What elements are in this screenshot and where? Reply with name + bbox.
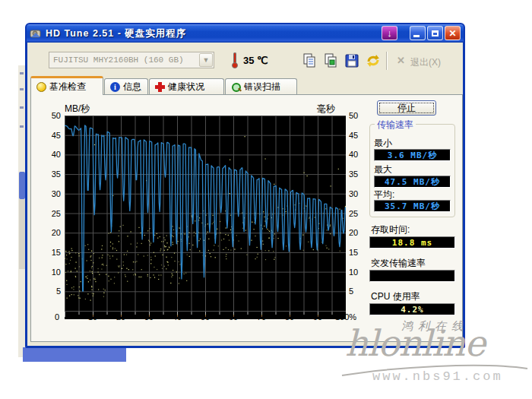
x-axis-tick: 90 xyxy=(304,312,331,321)
origin-tick: 0 xyxy=(46,312,59,321)
background-text-fragment xyxy=(20,125,24,128)
y-axis-tick-right: 5 xyxy=(349,287,372,296)
focus-ring xyxy=(379,103,434,113)
watermark-underline xyxy=(340,360,530,380)
y-axis-tick-left: 5 xyxy=(41,287,61,296)
background-scrollbar-thumb[interactable] xyxy=(19,172,25,199)
minimize-button[interactable] xyxy=(410,26,426,40)
download-overlay-button[interactable]: ↓ xyxy=(382,26,397,40)
background-text-fragment xyxy=(20,88,24,90)
y-axis-tick-left: 45 xyxy=(41,131,61,140)
bulb-icon xyxy=(36,82,46,92)
drive-select-value: FUJITSU MHY2160BH (160 GB) xyxy=(49,55,199,65)
y-axis-tick-right: 40 xyxy=(349,150,372,159)
exit-button[interactable]: 退出(X) xyxy=(410,56,441,69)
y-axis-tick-right: 35 xyxy=(349,169,372,179)
access-time-value: 18.8 ms xyxy=(369,236,455,249)
y-axis-tick-right: 30 xyxy=(349,189,372,198)
background-scrollbar-track xyxy=(19,199,25,269)
stop-button[interactable]: 停止 xyxy=(377,100,436,116)
max-value: 47.5 MB/秒 xyxy=(374,176,451,188)
window-title: HD Tune 2.51 - 硬盘实用程序 xyxy=(46,27,186,40)
thermometer-icon xyxy=(231,52,239,69)
health-icon xyxy=(155,82,165,92)
y-axis-tick-left: 15 xyxy=(41,248,61,257)
group-title: 传输速率 xyxy=(375,119,416,131)
maximize-button[interactable] xyxy=(427,26,443,40)
y-axis-tick-left: 40 xyxy=(41,150,61,159)
y-axis-tick-right: 45 xyxy=(349,131,372,140)
background-text-fragment xyxy=(20,106,24,109)
tab-label: 信息 xyxy=(123,81,141,93)
maximize-icon xyxy=(432,30,439,36)
info-icon: i xyxy=(110,82,120,92)
y-left-axis-title: MB/秒 xyxy=(65,103,90,116)
benchmark-plot xyxy=(65,116,346,319)
tab-benchmark[interactable]: 基准检查 xyxy=(30,76,103,95)
toolbar-separator xyxy=(386,52,388,70)
app-icon xyxy=(30,28,42,39)
cpu-usage-label: CPU 使用率 xyxy=(371,290,420,303)
tab-health[interactable]: 健康状况 xyxy=(149,78,224,95)
min-value: 3.6 MB/秒 xyxy=(374,149,451,161)
tab-label: 基准检查 xyxy=(49,81,86,93)
y-axis-tick-left: 35 xyxy=(41,169,61,179)
min-label: 最小 xyxy=(374,137,392,150)
tab-info[interactable]: i 信息 xyxy=(104,78,148,95)
x-axis-tick: 100% xyxy=(332,312,359,321)
copy-to-clipboard-button[interactable] xyxy=(301,52,318,69)
y-axis-tick-left: 10 xyxy=(41,268,61,277)
max-label: 最大 xyxy=(374,163,392,176)
scan-icon xyxy=(231,82,241,92)
tab-error-scan[interactable]: 错误扫描 xyxy=(225,78,297,95)
x-axis-tick: 80 xyxy=(276,312,303,321)
avg-value: 35.7 MB/秒 xyxy=(374,200,451,212)
background-text-fragment xyxy=(20,72,24,74)
burst-rate-value xyxy=(369,270,455,282)
tab-label: 健康状况 xyxy=(168,81,204,93)
temperature-value: 35 xyxy=(243,55,254,66)
close-icon: ✕ xyxy=(448,29,456,38)
watermark-url-text: www.nbs91.com xyxy=(372,369,503,384)
y-axis-tick-right: 50 xyxy=(349,111,372,120)
exit-icon: ✕ xyxy=(397,55,405,66)
chevron-down-icon: ▼ xyxy=(199,53,213,67)
desktop-background: HD Tune 2.51 - 硬盘实用程序 ↓ ✕ FUJITSU MHY216… xyxy=(0,0,532,399)
y-right-axis-title: 毫秒 xyxy=(297,103,335,116)
access-time-label: 存取时间: xyxy=(371,223,410,236)
options-button[interactable] xyxy=(365,52,382,69)
temperature-unit: ℃ xyxy=(257,55,268,66)
copy-to-file-button[interactable] xyxy=(322,52,339,69)
cpu-usage-value: 4.2% xyxy=(369,303,455,315)
y-axis-tick-left: 20 xyxy=(41,228,61,237)
y-axis-tick-right: 15 xyxy=(349,248,372,257)
save-button[interactable] xyxy=(344,52,360,69)
y-axis-tick-left: 50 xyxy=(41,111,61,120)
tab-label: 错误扫描 xyxy=(244,81,280,93)
x-axis-tick: 60 xyxy=(220,312,247,321)
y-axis-tick-left: 30 xyxy=(41,189,61,198)
x-axis-tick: 10 xyxy=(79,312,106,321)
x-axis-tick: 50 xyxy=(192,312,219,321)
down-arrow-icon: ↓ xyxy=(387,28,392,38)
background-selection-highlight xyxy=(23,347,126,362)
hdtune-window: HD Tune 2.51 - 硬盘实用程序 ↓ ✕ FUJITSU MHY216… xyxy=(25,23,465,348)
close-button[interactable]: ✕ xyxy=(445,26,461,40)
y-axis-tick-left: 25 xyxy=(41,209,61,218)
burst-rate-label: 突发传输速率 xyxy=(371,257,426,270)
drive-select-dropdown[interactable]: FUJITSU MHY2160BH (160 GB) ▼ xyxy=(49,52,214,68)
minimize-icon xyxy=(413,35,420,37)
x-axis-tick: 20 xyxy=(107,312,135,321)
x-axis-tick: 70 xyxy=(248,312,275,321)
y-axis-tick-right: 20 xyxy=(349,228,372,237)
x-axis-tick: 30 xyxy=(135,312,163,321)
x-axis-tick: 40 xyxy=(163,312,191,321)
y-axis-tick-right: 10 xyxy=(349,268,372,277)
title-bar[interactable]: HD Tune 2.51 - 硬盘实用程序 ↓ ✕ xyxy=(27,24,464,43)
y-axis-tick-right: 25 xyxy=(349,209,372,218)
